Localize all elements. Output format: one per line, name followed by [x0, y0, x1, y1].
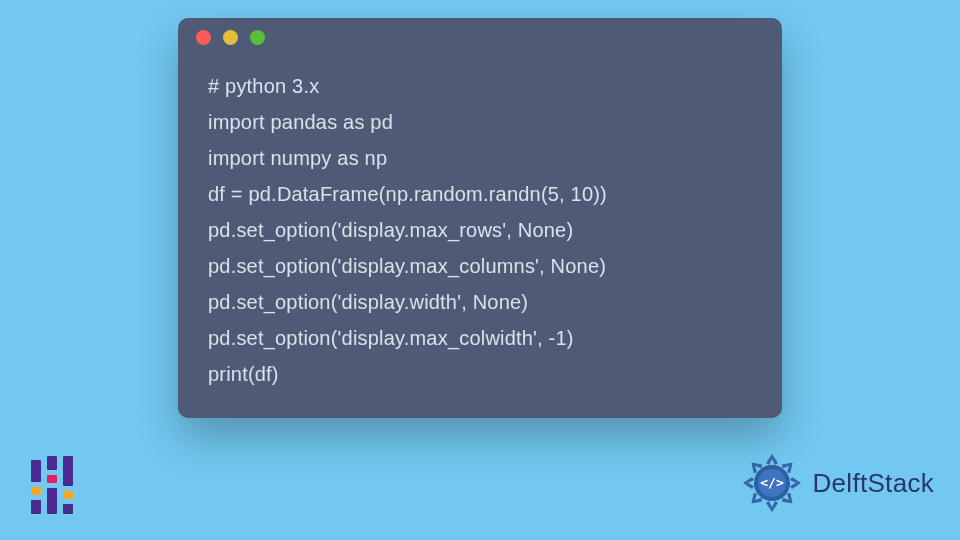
code-line: pd.set_option('display.max_colwidth', -1… [208, 320, 752, 356]
brand-name: DelftStack [813, 468, 935, 499]
maximize-icon [250, 30, 265, 45]
brand-sunburst-icon: </> [741, 452, 803, 514]
code-line: pd.set_option('display.width', None) [208, 284, 752, 320]
left-bars-icon [22, 454, 82, 514]
minimize-icon [223, 30, 238, 45]
svg-text:</>: </> [760, 475, 784, 490]
code-window: # python 3.x import pandas as pd import … [178, 18, 782, 418]
brand-logo: </> DelftStack [741, 452, 935, 514]
code-line: df = pd.DataFrame(np.random.randn(5, 10)… [208, 176, 752, 212]
close-icon [196, 30, 211, 45]
code-line: pd.set_option('display.max_columns', Non… [208, 248, 752, 284]
code-line: print(df) [208, 356, 752, 392]
window-titlebar [178, 18, 782, 56]
code-body: # python 3.x import pandas as pd import … [178, 56, 782, 412]
code-line: # python 3.x [208, 68, 752, 104]
code-line: import pandas as pd [208, 104, 752, 140]
code-line: pd.set_option('display.max_rows', None) [208, 212, 752, 248]
code-line: import numpy as np [208, 140, 752, 176]
